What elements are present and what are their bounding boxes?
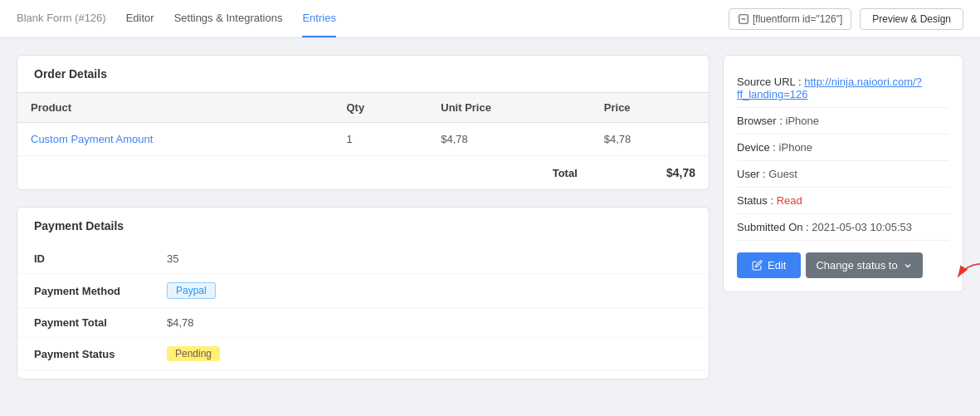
payment-details-card: Payment Details ID 35 Payment Method Pay… bbox=[17, 207, 709, 379]
order-details-header: Order Details bbox=[17, 56, 709, 92]
sidebar-card: Source URL : http://ninja.naioori.com/?f… bbox=[723, 55, 963, 292]
col-price: Price bbox=[591, 93, 709, 123]
payment-id-row: ID 35 bbox=[17, 244, 709, 274]
status-label: Status : bbox=[737, 194, 773, 207]
sidebar: Source URL : http://ninja.naioori.com/?f… bbox=[723, 55, 963, 399]
table-header-row: Product Qty Unit Price Price bbox=[17, 93, 709, 123]
user-item: User : Guest bbox=[737, 161, 949, 188]
change-status-button[interactable]: Change status to bbox=[806, 252, 922, 278]
payment-total-row: Payment Total $4,78 bbox=[17, 308, 709, 338]
order-details-card: Order Details Product Qty Unit Price Pri… bbox=[17, 55, 709, 190]
payment-total-value: $4,78 bbox=[167, 316, 194, 329]
submitted-on-item: Submitted On : 2021-05-03 10:05:53 bbox=[737, 214, 949, 241]
payment-status-badge: Pending bbox=[167, 346, 220, 361]
edit-label: Edit bbox=[768, 259, 786, 272]
device-value: iPhone bbox=[779, 141, 812, 154]
id-label: ID bbox=[34, 252, 167, 265]
payment-status-row: Payment Status Pending bbox=[17, 338, 709, 370]
nav-editor[interactable]: Editor bbox=[126, 0, 154, 37]
preview-design-button[interactable]: Preview & Design bbox=[860, 8, 963, 30]
submitted-on-label: Submitted On : bbox=[737, 221, 809, 233]
product-unit-price: $4,78 bbox=[427, 123, 591, 156]
total-label-cell: Total bbox=[17, 156, 591, 190]
payment-method-row: Payment Method Paypal bbox=[17, 274, 709, 308]
device-item: Device : iPhone bbox=[737, 135, 949, 161]
id-value: 35 bbox=[167, 252, 178, 265]
user-label: User : bbox=[737, 168, 766, 180]
status-value: Read bbox=[777, 194, 802, 207]
sidebar-actions: Edit Change status to bbox=[737, 252, 949, 278]
table-row: Custom Payment Amount 1 $4,78 $4,78 bbox=[17, 123, 709, 156]
payment-details-header: Payment Details bbox=[17, 208, 709, 244]
nav-settings[interactable]: Settings & Integrations bbox=[174, 0, 283, 37]
change-status-label: Change status to bbox=[816, 259, 897, 272]
red-arrow-indicator bbox=[949, 261, 980, 290]
shortcode-button[interactable]: [fluentform id="126"] bbox=[729, 8, 851, 30]
payment-method-badge: Paypal bbox=[167, 282, 216, 299]
top-navigation: Blank Form (#126) Editor Settings & Inte… bbox=[0, 0, 980, 38]
payment-method-label: Payment Method bbox=[34, 285, 167, 297]
chevron-down-icon bbox=[903, 261, 913, 271]
actions-area: Edit Change status to bbox=[737, 252, 949, 278]
total-amount: $4,78 bbox=[591, 156, 709, 190]
total-label: Total bbox=[553, 167, 578, 179]
edit-button[interactable]: Edit bbox=[737, 252, 801, 278]
submitted-on-value: 2021-05-03 10:05:53 bbox=[812, 221, 912, 233]
user-value: Guest bbox=[768, 168, 797, 180]
shortcode-label: [fluentform id="126"] bbox=[753, 13, 842, 25]
source-url-item: Source URL : http://ninja.naioori.com/?f… bbox=[737, 69, 949, 108]
source-url-label: Source URL : bbox=[737, 76, 802, 88]
status-item: Status : Read bbox=[737, 188, 949, 214]
payment-status-label: Payment Status bbox=[34, 348, 167, 360]
content-area: Order Details Product Qty Unit Price Pri… bbox=[17, 55, 709, 399]
order-table: Product Qty Unit Price Price Custom Paym… bbox=[17, 92, 709, 189]
edit-icon bbox=[752, 260, 763, 271]
main-layout: Order Details Product Qty Unit Price Pri… bbox=[0, 38, 980, 416]
browser-item: Browser : iPhone bbox=[737, 108, 949, 135]
col-qty: Qty bbox=[333, 93, 427, 123]
browser-label: Browser : bbox=[737, 115, 783, 127]
nav-entries[interactable]: Entries bbox=[302, 0, 335, 37]
total-row: Total $4,78 bbox=[17, 156, 709, 190]
product-qty: 1 bbox=[333, 123, 427, 156]
col-unit-price: Unit Price bbox=[427, 93, 591, 123]
browser-value: iPhone bbox=[786, 115, 819, 127]
product-price: $4,78 bbox=[591, 123, 709, 156]
nav-blank-form[interactable]: Blank Form (#126) bbox=[17, 0, 106, 37]
payment-total-label: Payment Total bbox=[34, 316, 167, 329]
col-product: Product bbox=[17, 93, 333, 123]
shortcode-icon bbox=[738, 13, 749, 25]
device-label: Device : bbox=[737, 141, 776, 154]
product-name: Custom Payment Amount bbox=[17, 123, 333, 156]
